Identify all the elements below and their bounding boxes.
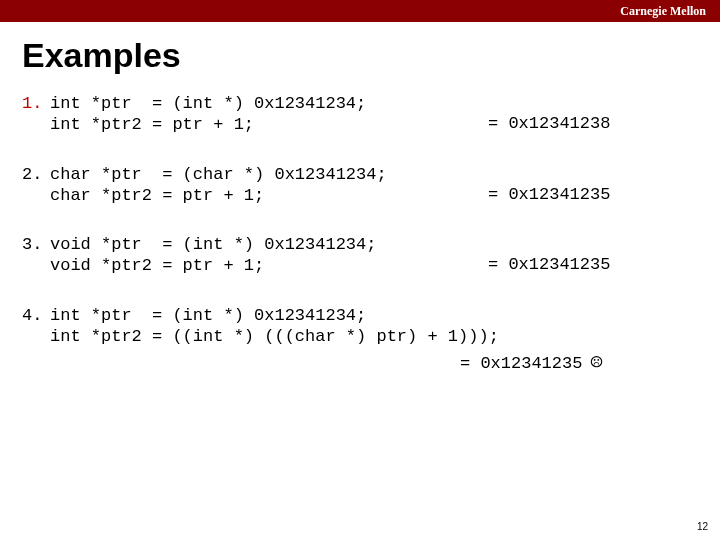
code-line: char *ptr = (char *) 0x12341234;	[50, 164, 698, 185]
example-2: 2. char *ptr = (char *) 0x12341234; char…	[22, 164, 698, 207]
code-line: int *ptr = (int *) 0x12341234;	[50, 93, 698, 114]
examples-content: 1. int *ptr = (int *) 0x12341234; int *p…	[0, 93, 720, 374]
page-number: 12	[697, 521, 708, 532]
code-line: int *ptr = (int *) 0x12341234;	[50, 305, 698, 326]
example-number: 1.	[22, 93, 50, 114]
code-line: int *ptr2 = ((int *) (((char *) ptr) + 1…	[50, 326, 698, 347]
page-title: Examples	[22, 36, 720, 75]
brand-text: Carnegie Mellon	[620, 4, 706, 18]
example-number: 4.	[22, 305, 50, 326]
answer-text: = 0x12341235	[488, 184, 610, 205]
example-1: 1. int *ptr = (int *) 0x12341234; int *p…	[22, 93, 698, 136]
example-3: 3. void *ptr = (int *) 0x12341234; void …	[22, 234, 698, 277]
example-number: 3.	[22, 234, 50, 255]
header-bar: Carnegie Mellon	[0, 0, 720, 22]
answer-row: = 0x12341235 ☹	[460, 353, 698, 374]
example-number: 2.	[22, 164, 50, 185]
answer-text: = 0x12341235	[460, 353, 582, 374]
example-4: 4. int *ptr = (int *) 0x12341234; int *p…	[22, 305, 698, 375]
sad-face-icon: ☹	[590, 354, 602, 374]
answer-text: = 0x12341238	[488, 113, 610, 134]
code-line: void *ptr = (int *) 0x12341234;	[50, 234, 698, 255]
answer-text: = 0x12341235	[488, 254, 610, 275]
